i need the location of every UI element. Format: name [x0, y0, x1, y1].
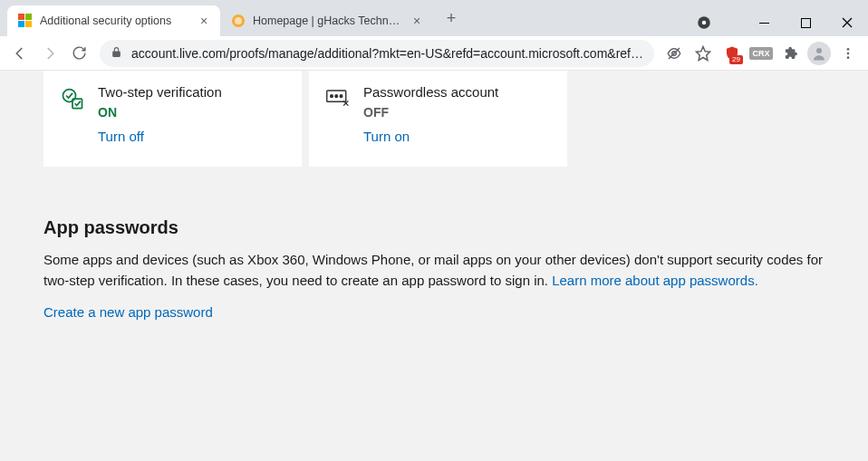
svg-rect-5 — [801, 18, 810, 27]
tsv-turn-off-link[interactable]: Turn off — [98, 129, 144, 144]
minimize-button[interactable] — [743, 9, 785, 36]
tsv-status: ON — [98, 105, 222, 120]
svg-point-15 — [63, 90, 76, 102]
svg-point-20 — [340, 95, 342, 98]
create-app-password-link[interactable]: Create a new app password — [43, 304, 213, 320]
url-text: account.live.com/proofs/manage/additiona… — [131, 46, 643, 61]
ublock-badge: 29 — [729, 55, 743, 64]
page-viewport[interactable]: Additional security Increase your securi… — [0, 71, 868, 461]
password-dots-icon — [325, 86, 351, 145]
close-tab-icon[interactable]: × — [410, 14, 424, 28]
svg-point-18 — [331, 95, 333, 98]
app-passwords-body: Some apps and devices (such as Xbox 360,… — [43, 249, 825, 292]
passwordless-card: Passwordless account OFF Turn on — [309, 71, 567, 167]
pwless-title: Passwordless account — [363, 84, 498, 100]
svg-marker-10 — [697, 46, 710, 60]
svg-point-11 — [816, 48, 822, 53]
reload-button[interactable] — [64, 40, 94, 67]
two-step-card: Two-step verification ON Turn off — [43, 71, 302, 167]
pwless-turn-on-link[interactable]: Turn on — [363, 129, 410, 144]
address-bar[interactable]: account.live.com/proofs/manage/additiona… — [100, 40, 654, 67]
browser-tab[interactable]: Homepage | gHacks Technology × — [220, 5, 433, 36]
app-passwords-section: App passwords Some apps and devices (suc… — [43, 217, 825, 321]
app-passwords-learn-link[interactable]: Learn more about app passwords. — [552, 273, 758, 288]
lock-icon — [111, 46, 122, 61]
svg-point-1 — [235, 17, 242, 24]
profile-avatar[interactable] — [806, 41, 832, 66]
eye-off-icon[interactable] — [661, 41, 687, 66]
browser-toolbar: account.live.com/proofs/manage/additiona… — [0, 36, 868, 71]
crx-extension-icon[interactable]: CRX — [748, 41, 774, 66]
close-tab-icon[interactable]: × — [197, 14, 211, 28]
svg-point-14 — [847, 56, 850, 59]
svg-point-12 — [847, 48, 850, 51]
app-passwords-heading: App passwords — [43, 217, 825, 238]
incognito-indicator-icon — [683, 9, 725, 36]
browser-tab-active[interactable]: Additional security options × — [7, 5, 220, 36]
extensions-area: 29 CRX — [660, 41, 863, 66]
pwless-status: OFF — [363, 105, 498, 120]
tab-title: Homepage | gHacks Technology — [253, 14, 402, 27]
security-cards: Two-step verification ON Turn off — [43, 71, 825, 167]
svg-point-13 — [847, 52, 850, 54]
ghacks-favicon-icon — [231, 14, 246, 28]
forward-button[interactable] — [35, 40, 65, 67]
star-icon[interactable] — [690, 41, 716, 66]
tab-title: Additional security options — [40, 14, 189, 27]
extensions-puzzle-icon[interactable] — [777, 41, 803, 66]
window-titlebar: Additional security options × Homepage |… — [0, 0, 868, 36]
svg-point-3 — [702, 21, 707, 25]
back-button[interactable] — [5, 40, 35, 67]
window-controls — [683, 9, 868, 36]
ublock-extension-icon[interactable]: 29 — [719, 41, 745, 66]
shield-check-icon — [60, 86, 85, 145]
close-window-button[interactable] — [826, 9, 868, 36]
kebab-menu-icon[interactable] — [835, 41, 861, 66]
tsv-title: Two-step verification — [98, 84, 222, 100]
ms-logo-icon — [18, 14, 33, 28]
page-content: Additional security Increase your securi… — [0, 71, 868, 461]
tab-strip: Additional security options × Homepage |… — [7, 5, 464, 36]
maximize-button[interactable] — [785, 9, 826, 36]
new-tab-button[interactable]: + — [439, 5, 464, 31]
svg-point-19 — [335, 95, 338, 98]
